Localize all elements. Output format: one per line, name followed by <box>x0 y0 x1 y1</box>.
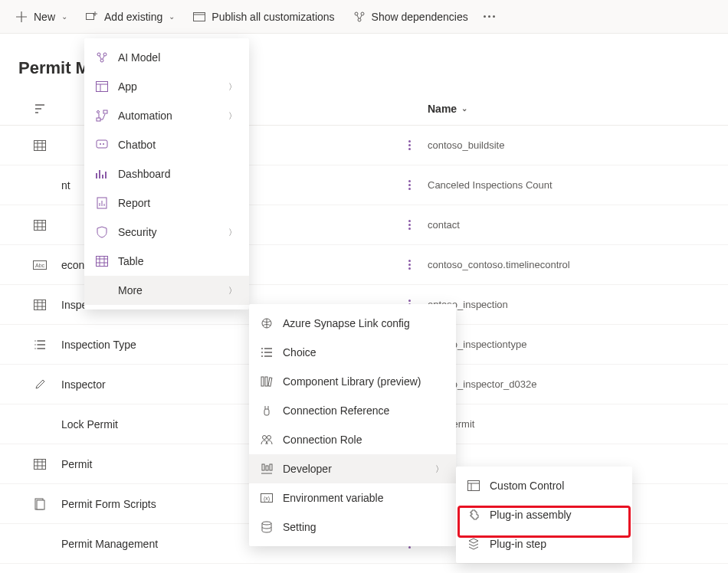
menu-item-app[interactable]: App 〉 <box>84 72 249 101</box>
show-deps-label: Show dependencies <box>372 11 468 23</box>
command-bar: New ⌄ Add existing ⌄ Publish all customi… <box>0 0 728 34</box>
svg-point-17 <box>97 111 100 113</box>
menu-item-label: Chatbot <box>118 139 237 151</box>
row-type-icon <box>18 220 61 231</box>
envvar-icon: (x) <box>260 491 274 505</box>
setting-icon <box>260 520 274 534</box>
connrole-icon <box>260 433 274 447</box>
row-name: Canceled Inspections Count <box>428 179 728 191</box>
menu-item-ai-model[interactable]: AI Model <box>84 43 249 72</box>
row-name: contact <box>428 219 728 231</box>
svg-rect-36 <box>266 466 268 470</box>
svg-rect-6 <box>34 220 46 230</box>
menu-item-connection-role[interactable]: Connection Role <box>249 425 456 454</box>
chevron-right-icon: 〉 <box>228 227 237 238</box>
pluginstep-icon <box>467 537 480 551</box>
row-name: ock Permit <box>428 418 728 430</box>
menu-item-more[interactable]: More 〉 <box>84 276 249 305</box>
menu-item-label: Connection Reference <box>283 404 444 417</box>
menu-item-component-library-preview-[interactable]: Component Library (preview) <box>249 367 456 396</box>
add-existing-button[interactable]: Add existing ⌄ <box>78 6 182 28</box>
svg-point-13 <box>97 53 100 56</box>
menu-item-label: Developer <box>283 463 417 475</box>
add-existing-label: Add existing <box>104 11 162 23</box>
chevron-right-icon: 〉 <box>228 81 237 93</box>
svg-rect-29 <box>261 377 264 386</box>
row-actions-button[interactable] <box>391 260 428 270</box>
developer-submenu: Custom Control Plug-in assembly Plug-in … <box>456 467 632 563</box>
show-deps-button[interactable]: Show dependencies <box>346 6 476 28</box>
chevron-down-icon: ⌄ <box>169 12 175 21</box>
automation-icon <box>95 109 109 123</box>
svg-rect-24 <box>97 257 108 267</box>
row-actions-button[interactable] <box>391 180 428 190</box>
row-actions-button[interactable] <box>391 220 428 230</box>
svg-rect-0 <box>87 13 94 19</box>
row-name: contoso_buildsite <box>428 139 728 151</box>
menu-item-dashboard[interactable]: Dashboard <box>84 159 249 188</box>
table-icon <box>95 254 109 268</box>
svg-rect-37 <box>270 464 272 470</box>
svg-rect-31 <box>268 378 272 386</box>
menu-item-label: Environment variable <box>283 492 444 504</box>
svg-rect-35 <box>262 464 264 470</box>
row-actions-button[interactable] <box>391 140 428 150</box>
menu-item-label: Connection Role <box>283 434 444 446</box>
svg-rect-30 <box>265 377 267 386</box>
svg-rect-10 <box>34 459 46 469</box>
svg-rect-32 <box>264 409 269 415</box>
more-commands-button[interactable] <box>479 11 500 22</box>
synapse-icon <box>260 316 274 330</box>
menu-item-label: More <box>118 284 210 296</box>
row-type-icon <box>18 140 61 151</box>
menu-item-setting[interactable]: Setting <box>249 512 456 542</box>
svg-text:(x): (x) <box>264 496 270 502</box>
svg-point-27 <box>261 352 263 353</box>
chevron-down-icon: ⌄ <box>61 12 67 21</box>
row-type-icon <box>18 459 61 470</box>
ai-icon <box>95 51 109 64</box>
sort-icon[interactable] <box>18 103 61 114</box>
menu-item-chatbot[interactable]: Chatbot <box>84 130 249 159</box>
menu-item-table[interactable]: Table <box>84 247 249 276</box>
row-type-icon: Abc <box>18 260 61 270</box>
chevron-right-icon: 〉 <box>435 463 444 475</box>
new-button[interactable]: New ⌄ <box>8 6 75 28</box>
menu-item-plug-in-assembly[interactable]: Plug-in assembly <box>456 500 632 529</box>
menu-item-label: Table <box>118 255 237 267</box>
chatbot-icon <box>95 138 109 152</box>
new-label: New <box>34 11 55 23</box>
menu-item-custom-control[interactable]: Custom Control <box>456 471 632 500</box>
name-header[interactable]: Name ⌄ <box>428 103 728 115</box>
svg-rect-1 <box>194 12 205 21</box>
menu-item-environment-variable[interactable]: (x) Environment variable <box>249 483 456 512</box>
menu-item-connection-reference[interactable]: Connection Reference <box>249 396 456 425</box>
menu-item-developer[interactable]: Developer 〉 <box>249 454 456 483</box>
dependencies-icon <box>353 11 366 23</box>
menu-item-report[interactable]: Report <box>84 188 249 218</box>
row-name: ontoso_inspection <box>428 299 728 310</box>
menu-item-security[interactable]: Security 〉 <box>84 218 249 247</box>
dashboard-icon <box>95 167 109 181</box>
menu-item-automation[interactable]: Automation 〉 <box>84 101 249 130</box>
row-type-icon <box>18 300 61 310</box>
menu-item-azure-synapse-link-config[interactable]: Azure Synapse Link config <box>249 309 456 338</box>
chevron-right-icon: 〉 <box>228 110 237 122</box>
svg-rect-9 <box>34 300 46 309</box>
svg-rect-41 <box>468 481 480 491</box>
chevron-right-icon: 〉 <box>228 285 237 296</box>
menu-item-label: Automation <box>118 110 210 122</box>
svg-point-2 <box>355 12 358 15</box>
report-icon <box>95 196 109 210</box>
menu-item-label: Plug-in assembly <box>490 509 620 521</box>
svg-text:Abc: Abc <box>35 263 45 268</box>
connref-icon <box>260 404 274 417</box>
developer-icon <box>260 462 274 476</box>
publish-button[interactable]: Publish all customizations <box>185 6 342 28</box>
menu-item-plug-in-step[interactable]: Plug-in step <box>456 529 632 558</box>
more-submenu: Azure Synapse Link config Choice Compone… <box>249 304 456 546</box>
complib-icon <box>260 375 274 388</box>
menu-item-label: Plug-in step <box>490 538 620 550</box>
row-type-icon <box>18 498 61 510</box>
menu-item-choice[interactable]: Choice <box>249 338 456 367</box>
